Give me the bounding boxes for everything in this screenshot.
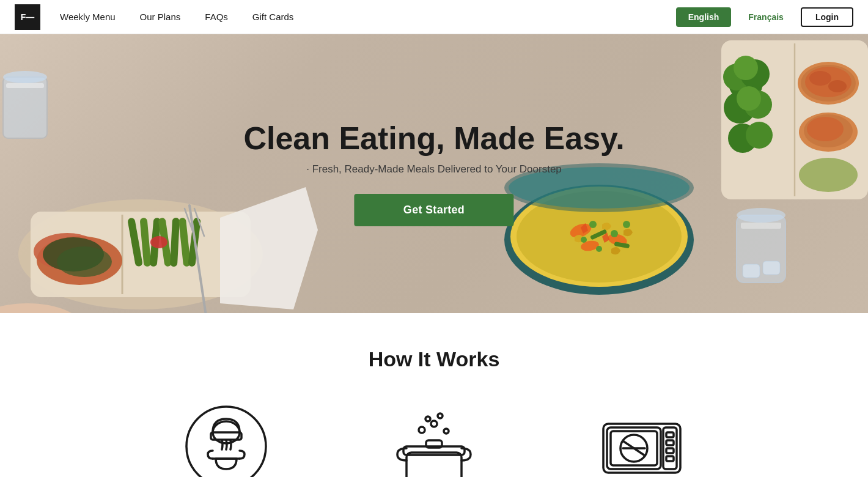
svg-rect-65 bbox=[763, 261, 780, 275]
step-choose bbox=[147, 401, 306, 477]
svg-point-77 bbox=[438, 413, 443, 418]
svg-point-22 bbox=[3, 71, 47, 83]
svg-point-34 bbox=[746, 122, 773, 149]
svg-point-32 bbox=[737, 86, 761, 111]
svg-rect-85 bbox=[666, 432, 674, 437]
svg-point-29 bbox=[734, 56, 758, 80]
svg-point-42 bbox=[807, 117, 844, 141]
hero-content: Clean Eating, Made Easy. Fresh, Ready-Ma… bbox=[243, 121, 624, 226]
nav-weekly-menu[interactable]: Weekly Menu bbox=[60, 12, 116, 22]
hero-section: Clean Eating, Made Easy. Fresh, Ready-Ma… bbox=[0, 34, 868, 313]
svg-point-39 bbox=[828, 80, 847, 92]
microwave-icon bbox=[596, 401, 688, 477]
glass-right-image bbox=[727, 203, 795, 289]
svg-point-19 bbox=[0, 303, 83, 313]
hero-subtitle: Fresh, Ready-Made Meals Delivered to You… bbox=[243, 163, 624, 176]
svg-rect-63 bbox=[741, 223, 781, 229]
svg-rect-87 bbox=[666, 448, 674, 453]
hero-title: Clean Eating, Made Easy. bbox=[243, 121, 624, 156]
section-title: How It Works bbox=[15, 347, 853, 371]
logo[interactable]: F— bbox=[15, 4, 40, 30]
svg-point-38 bbox=[809, 71, 831, 86]
svg-rect-86 bbox=[666, 440, 674, 445]
svg-point-52 bbox=[581, 237, 587, 243]
svg-rect-64 bbox=[743, 264, 760, 278]
nav-links: Weekly Menu Our Plans FAQs Gift Cards bbox=[60, 12, 676, 22]
navbar: F— Weekly Menu Our Plans FAQs Gift Cards… bbox=[0, 0, 868, 34]
svg-rect-23 bbox=[6, 83, 44, 88]
step-prepare bbox=[355, 401, 513, 477]
step-heat bbox=[562, 401, 721, 477]
nav-right: English Français Login bbox=[676, 7, 853, 27]
svg-point-6 bbox=[57, 246, 112, 277]
lang-english-button[interactable]: English bbox=[676, 7, 732, 27]
nav-our-plans[interactable]: Our Plans bbox=[140, 12, 181, 22]
svg-point-43 bbox=[799, 158, 858, 192]
svg-point-74 bbox=[431, 421, 437, 427]
svg-point-62 bbox=[737, 208, 785, 223]
pot-icon bbox=[388, 401, 480, 477]
svg-point-54 bbox=[596, 246, 602, 252]
nav-gift-cards[interactable]: Gift Cards bbox=[252, 12, 294, 22]
svg-point-75 bbox=[444, 429, 449, 434]
svg-point-73 bbox=[419, 427, 425, 433]
svg-point-14 bbox=[150, 236, 167, 248]
how-it-works-section: How It Works bbox=[0, 313, 868, 477]
svg-point-51 bbox=[611, 230, 618, 237]
login-button[interactable]: Login bbox=[801, 7, 853, 27]
logo-text: F— bbox=[21, 12, 35, 22]
steps-row bbox=[15, 401, 853, 477]
chef-icon bbox=[180, 401, 272, 477]
lang-french-button[interactable]: Français bbox=[736, 7, 796, 27]
svg-rect-70 bbox=[406, 453, 462, 477]
get-started-button[interactable]: Get Started bbox=[355, 194, 513, 226]
svg-point-76 bbox=[425, 416, 430, 421]
nav-faqs[interactable]: FAQs bbox=[205, 12, 228, 22]
svg-rect-88 bbox=[666, 456, 674, 461]
